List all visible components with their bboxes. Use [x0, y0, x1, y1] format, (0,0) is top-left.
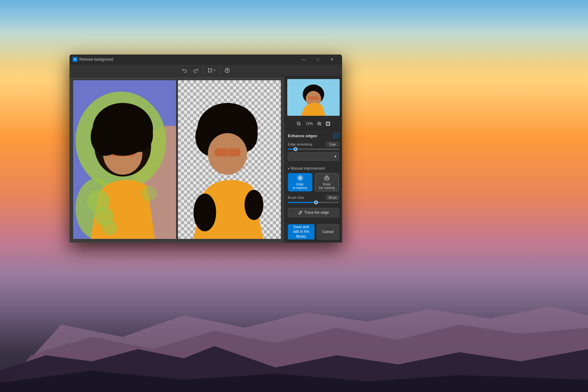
svg-rect-53 — [325, 178, 329, 180]
enhance-edges-section: Enhance edges Edge smoothing 3 px — [285, 130, 342, 165]
edge-smoothing-thumb[interactable] — [294, 147, 297, 151]
edge-smoothing-row: Edge smoothing 3 px — [288, 142, 339, 150]
toolbar-separator-2 — [220, 67, 220, 74]
minimize-button[interactable]: — — [297, 55, 311, 64]
svg-point-11 — [227, 71, 227, 72]
svg-point-23 — [126, 118, 153, 152]
help-button[interactable] — [222, 66, 232, 75]
preview-area — [285, 77, 342, 118]
panel-separator — [177, 80, 177, 239]
toolbar: ▾ — [70, 64, 342, 77]
manual-improvement-title: Manual improvement — [291, 166, 325, 171]
svg-point-52 — [300, 178, 301, 179]
preview-thumbnail — [287, 79, 340, 116]
fit-to-window-button[interactable] — [324, 120, 332, 127]
pencil-icon — [298, 210, 302, 215]
svg-point-26 — [102, 220, 117, 235]
zoom-out-button[interactable] — [295, 120, 303, 127]
erase-icon — [323, 175, 330, 181]
svg-rect-33 — [215, 149, 226, 156]
window-controls: — □ ✕ — [297, 55, 339, 64]
brush-size-fill — [288, 202, 316, 203]
svg-rect-5 — [209, 69, 212, 72]
svg-rect-49 — [327, 123, 329, 125]
undo-button[interactable] — [180, 66, 190, 75]
tool-buttons: Edgeto improve Erasethe marking — [288, 173, 339, 191]
edge-type-dropdown-row: ▾ — [288, 152, 339, 161]
close-button[interactable]: ✕ — [325, 55, 339, 64]
trace-edge-button[interactable]: Trace the edge — [288, 208, 339, 217]
svg-point-22 — [91, 118, 121, 156]
enhance-edges-info-icon[interactable] — [333, 133, 339, 139]
manual-improvement-header[interactable]: ▾ Manual improvement — [288, 165, 339, 173]
main-content: 72% — [70, 77, 342, 243]
crop-dropdown[interactable]: ▾ — [206, 66, 217, 75]
chevron-down-icon: ▾ — [288, 167, 289, 170]
application-window: Remove background — □ ✕ — [70, 55, 342, 243]
bottom-buttons: Save and add to the library Cancel — [285, 221, 342, 243]
erase-marking-label: Erasethe marking — [319, 183, 335, 190]
svg-point-36 — [244, 190, 263, 220]
brush-size-label: Brush Size — [288, 196, 304, 199]
trace-edge-label: Trace the edge — [304, 210, 329, 215]
app-icon — [73, 57, 77, 62]
svg-line-45 — [320, 125, 322, 126]
save-button[interactable]: Save and add to the library — [288, 224, 315, 239]
svg-point-27 — [142, 186, 157, 201]
maximize-button[interactable]: □ — [311, 55, 325, 64]
edge-smoothing-slider[interactable] — [288, 149, 339, 150]
svg-line-42 — [300, 125, 301, 126]
mountains-background — [0, 239, 588, 392]
erase-marking-button[interactable]: Erasethe marking — [315, 173, 339, 191]
left-canvas-svg — [73, 80, 176, 239]
svg-rect-40 — [308, 96, 319, 100]
edge-type-dropdown[interactable]: ▾ — [288, 152, 339, 161]
brush-size-thumb[interactable] — [314, 201, 318, 204]
edge-smoothing-label: Edge smoothing — [288, 142, 312, 146]
edge-smoothing-value: 3 px — [326, 142, 339, 147]
window-title: Remove background — [79, 57, 297, 62]
brush-size-label-row: Brush Size 40 px — [288, 195, 339, 200]
redo-button[interactable] — [191, 66, 201, 75]
toolbar-separator-1 — [203, 67, 203, 74]
edge-smoothing-label-row: Edge smoothing 3 px — [288, 142, 339, 147]
manual-improvement-section: ▾ Manual improvement — [285, 165, 342, 208]
brush-size-slider[interactable] — [288, 202, 339, 203]
svg-point-35 — [194, 194, 216, 231]
svg-rect-34 — [229, 149, 240, 156]
canvas-right[interactable] — [178, 80, 281, 239]
right-panel-scroll[interactable]: Enhance edges Edge smoothing 3 px — [285, 130, 342, 221]
titlebar: Remove background — □ ✕ — [70, 55, 342, 64]
edge-improve-label: Edgeto improve — [293, 183, 307, 190]
enhance-edges-header: Enhance edges — [288, 133, 339, 139]
edge-improve-icon — [297, 175, 303, 181]
zoom-in-button[interactable] — [316, 120, 323, 127]
right-canvas-svg — [178, 80, 281, 239]
cancel-button[interactable]: Cancel — [317, 224, 339, 239]
dropdown-chevron-icon: ▾ — [334, 154, 336, 159]
edge-to-improve-button[interactable]: Edgeto improve — [288, 173, 312, 191]
canvas-area — [70, 77, 285, 243]
canvas-left[interactable] — [73, 80, 176, 239]
right-panel: 72% — [285, 77, 342, 243]
zoom-controls: 72% — [285, 118, 342, 130]
brush-size-value: 40 px — [326, 195, 339, 200]
enhance-edges-title: Enhance edges — [288, 134, 317, 138]
zoom-value: 72% — [304, 122, 315, 126]
brush-size-row: Brush Size 40 px — [288, 195, 339, 203]
svg-line-54 — [299, 214, 300, 214]
